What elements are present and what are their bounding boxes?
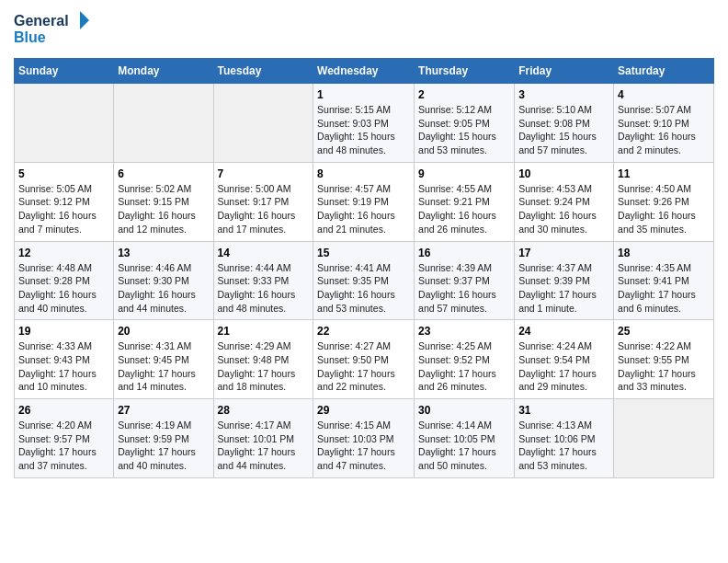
day-info: Sunrise: 4:27 AMSunset: 9:50 PMDaylight:…: [317, 339, 410, 394]
day-info: Sunrise: 5:05 AMSunset: 9:12 PMDaylight:…: [18, 182, 109, 236]
day-number: 26: [18, 404, 109, 417]
day-info: Sunrise: 4:15 AMSunset: 10:03 PMDaylight…: [317, 419, 410, 473]
day-info: Sunrise: 4:35 AMSunset: 9:41 PMDaylight:…: [618, 261, 710, 316]
day-info: Sunrise: 5:02 AMSunset: 9:15 PMDaylight:…: [118, 182, 209, 236]
day-info: Sunrise: 4:13 AMSunset: 10:06 PMDaylight…: [518, 419, 609, 473]
weekday-header-tuesday: Tuesday: [213, 59, 313, 84]
day-number: 7: [218, 167, 310, 180]
weekday-header-monday: Monday: [114, 59, 213, 84]
calendar-cell: 11Sunrise: 4:50 AMSunset: 9:26 PMDayligh…: [614, 162, 714, 241]
day-number: 5: [18, 167, 109, 180]
calendar-cell: 17Sunrise: 4:37 AMSunset: 9:39 PMDayligh…: [515, 241, 614, 320]
day-info: Sunrise: 5:07 AMSunset: 9:10 PMDaylight:…: [618, 103, 710, 157]
weekday-header-thursday: Thursday: [415, 59, 515, 84]
day-number: 17: [518, 247, 609, 259]
day-number: 29: [317, 404, 410, 417]
calendar-cell: 12Sunrise: 4:48 AMSunset: 9:28 PMDayligh…: [15, 241, 114, 320]
day-info: Sunrise: 5:10 AMSunset: 9:08 PMDaylight:…: [518, 103, 609, 157]
svg-text:Blue: Blue: [14, 29, 46, 45]
day-number: 16: [418, 247, 510, 259]
day-info: Sunrise: 5:12 AMSunset: 9:05 PMDaylight:…: [418, 103, 510, 157]
day-number: 30: [418, 404, 510, 417]
calendar-cell: 1Sunrise: 5:15 AMSunset: 9:03 PMDaylight…: [313, 84, 415, 163]
calendar-cell: 9Sunrise: 4:55 AMSunset: 9:21 PMDaylight…: [415, 162, 515, 241]
day-number: 19: [18, 325, 109, 338]
calendar-cell: 6Sunrise: 5:02 AMSunset: 9:15 PMDaylight…: [114, 162, 213, 241]
day-number: 22: [317, 325, 410, 338]
day-info: Sunrise: 4:33 AMSunset: 9:43 PMDaylight:…: [18, 339, 109, 394]
calendar-cell: 27Sunrise: 4:19 AMSunset: 9:59 PMDayligh…: [114, 399, 213, 478]
day-number: 21: [218, 325, 310, 338]
day-info: Sunrise: 4:19 AMSunset: 9:59 PMDaylight:…: [118, 419, 209, 473]
calendar-cell: 5Sunrise: 5:05 AMSunset: 9:12 PMDaylight…: [15, 162, 114, 241]
day-info: Sunrise: 4:48 AMSunset: 9:28 PMDaylight:…: [18, 261, 109, 316]
calendar-cell: 29Sunrise: 4:15 AMSunset: 10:03 PMDaylig…: [313, 399, 415, 478]
svg-marker-2: [80, 11, 89, 29]
calendar-cell: 31Sunrise: 4:13 AMSunset: 10:06 PMDaylig…: [515, 399, 614, 478]
day-info: Sunrise: 4:50 AMSunset: 9:26 PMDaylight:…: [618, 182, 710, 236]
day-number: 6: [118, 167, 209, 180]
calendar-cell: 28Sunrise: 4:17 AMSunset: 10:01 PMDaylig…: [213, 399, 313, 478]
day-info: Sunrise: 4:24 AMSunset: 9:54 PMDaylight:…: [518, 339, 609, 394]
day-info: Sunrise: 4:25 AMSunset: 9:52 PMDaylight:…: [418, 339, 510, 394]
calendar-cell: 13Sunrise: 4:46 AMSunset: 9:30 PMDayligh…: [114, 241, 213, 320]
logo: General Blue: [14, 9, 97, 51]
day-number: 11: [618, 167, 710, 180]
calendar-cell: [114, 84, 213, 163]
calendar-cell: [213, 84, 313, 163]
day-number: 24: [518, 325, 609, 338]
day-info: Sunrise: 4:55 AMSunset: 9:21 PMDaylight:…: [418, 182, 510, 236]
day-number: 27: [118, 404, 209, 417]
day-number: 3: [518, 88, 609, 101]
day-number: 12: [18, 247, 109, 259]
day-info: Sunrise: 4:29 AMSunset: 9:48 PMDaylight:…: [218, 339, 310, 394]
calendar-cell: 2Sunrise: 5:12 AMSunset: 9:05 PMDaylight…: [415, 84, 515, 163]
day-number: 10: [518, 167, 609, 180]
weekday-header-friday: Friday: [515, 59, 614, 84]
day-info: Sunrise: 4:22 AMSunset: 9:55 PMDaylight:…: [618, 339, 710, 394]
day-number: 25: [618, 325, 710, 338]
calendar-cell: 4Sunrise: 5:07 AMSunset: 9:10 PMDaylight…: [614, 84, 714, 163]
day-number: 9: [418, 167, 510, 180]
day-info: Sunrise: 4:53 AMSunset: 9:24 PMDaylight:…: [518, 182, 609, 236]
day-info: Sunrise: 5:00 AMSunset: 9:17 PMDaylight:…: [218, 182, 310, 236]
calendar-cell: 18Sunrise: 4:35 AMSunset: 9:41 PMDayligh…: [614, 241, 714, 320]
calendar-cell: 15Sunrise: 4:41 AMSunset: 9:35 PMDayligh…: [313, 241, 415, 320]
calendar-cell: 26Sunrise: 4:20 AMSunset: 9:57 PMDayligh…: [15, 399, 114, 478]
calendar-cell: [15, 84, 114, 163]
day-number: 28: [218, 404, 310, 417]
calendar-cell: 8Sunrise: 4:57 AMSunset: 9:19 PMDaylight…: [313, 162, 415, 241]
day-number: 2: [418, 88, 510, 101]
weekday-header-wednesday: Wednesday: [313, 59, 415, 84]
calendar-cell: 7Sunrise: 5:00 AMSunset: 9:17 PMDaylight…: [213, 162, 313, 241]
day-number: 14: [218, 247, 310, 259]
calendar-cell: 30Sunrise: 4:14 AMSunset: 10:05 PMDaylig…: [415, 399, 515, 478]
day-info: Sunrise: 4:20 AMSunset: 9:57 PMDaylight:…: [18, 419, 109, 473]
day-info: Sunrise: 4:39 AMSunset: 9:37 PMDaylight:…: [418, 261, 510, 316]
weekday-header-saturday: Saturday: [614, 59, 714, 84]
weekday-header-sunday: Sunday: [15, 59, 114, 84]
day-number: 1: [317, 88, 410, 101]
day-info: Sunrise: 4:46 AMSunset: 9:30 PMDaylight:…: [118, 261, 209, 316]
day-number: 13: [118, 247, 209, 259]
day-number: 20: [118, 325, 209, 338]
calendar-cell: 14Sunrise: 4:44 AMSunset: 9:33 PMDayligh…: [213, 241, 313, 320]
calendar-cell: 23Sunrise: 4:25 AMSunset: 9:52 PMDayligh…: [415, 320, 515, 399]
day-info: Sunrise: 5:15 AMSunset: 9:03 PMDaylight:…: [317, 103, 410, 157]
calendar-cell: 19Sunrise: 4:33 AMSunset: 9:43 PMDayligh…: [15, 320, 114, 399]
day-info: Sunrise: 4:37 AMSunset: 9:39 PMDaylight:…: [518, 261, 609, 316]
calendar-cell: 16Sunrise: 4:39 AMSunset: 9:37 PMDayligh…: [415, 241, 515, 320]
svg-text:General: General: [14, 13, 69, 29]
calendar: SundayMondayTuesdayWednesdayThursdayFrid…: [14, 58, 714, 478]
day-info: Sunrise: 4:17 AMSunset: 10:01 PMDaylight…: [218, 419, 310, 473]
calendar-cell: 21Sunrise: 4:29 AMSunset: 9:48 PMDayligh…: [213, 320, 313, 399]
day-info: Sunrise: 4:31 AMSunset: 9:45 PMDaylight:…: [118, 339, 209, 394]
day-number: 8: [317, 167, 410, 180]
calendar-cell: 3Sunrise: 5:10 AMSunset: 9:08 PMDaylight…: [515, 84, 614, 163]
day-number: 15: [317, 247, 410, 259]
calendar-cell: [614, 399, 714, 478]
day-number: 4: [618, 88, 710, 101]
day-number: 23: [418, 325, 510, 338]
day-info: Sunrise: 4:57 AMSunset: 9:19 PMDaylight:…: [317, 182, 410, 236]
calendar-cell: 22Sunrise: 4:27 AMSunset: 9:50 PMDayligh…: [313, 320, 415, 399]
